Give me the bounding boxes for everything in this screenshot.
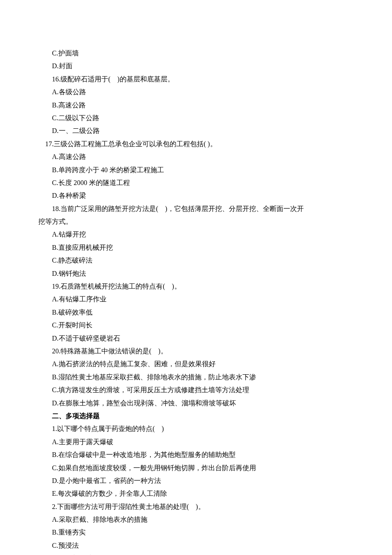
question-stem: 1.以下哪个特点属于药壶炮的特点( ) <box>38 422 354 435</box>
question-stem: 20.特殊路基施工中做法错误的是( )。 <box>38 345 354 358</box>
option-text: B.直接应用机械开挖 <box>38 241 354 254</box>
option-text: A.各级公路 <box>38 86 354 98</box>
question-stem: 2.下面哪些方法可用于湿陷性黄土地基的处理( )。 <box>38 500 354 513</box>
option-text: D.不适于破碎坚硬岩石 <box>38 332 354 345</box>
option-text: D.钢钎炮法 <box>38 267 354 280</box>
option-text: A.主要用于露天爆破 <box>38 436 354 448</box>
option-text: A.采取拦截、排除地表水的措施 <box>38 513 354 526</box>
section-heading: 二、多项选择题 <box>38 410 354 422</box>
question-stem: 17.三级公路工程施工总承包企业可以承包的工程包括( )。 <box>38 138 354 150</box>
option-text: A.有钻爆工序作业 <box>38 293 354 306</box>
option-text: C.如果自然地面坡度较缓，一般先用钢钎炮切脚，炸出台阶后再使用 <box>38 462 354 474</box>
question-stem: 18.当前广泛采用的路堑开挖方法是( )，它包括薄层开挖、分层开挖、全断面一次开 <box>38 202 354 215</box>
question-stem: 19.石质路堑机械开挖法施工的特点有( )。 <box>38 280 354 293</box>
option-text: D.封面 <box>38 60 354 72</box>
option-text: D.化学加固法 <box>38 552 354 555</box>
question-stem: 16.级配碎石适用于( )的基层和底基层。 <box>38 73 354 86</box>
option-text: D.一、二级公路 <box>38 124 354 137</box>
option-text: D.各种桥梁 <box>38 189 354 202</box>
option-text: C.护面墙 <box>38 47 354 60</box>
option-text: B.单跨跨度小于 40 米的桥梁工程施工 <box>38 164 354 176</box>
option-text: A.钻爆开挖 <box>38 228 354 241</box>
option-text: D.是小炮中最省工，省药的一种方法 <box>38 474 354 487</box>
option-text: C.二级以下公路 <box>38 112 354 124</box>
option-text: C.静态破碎法 <box>38 254 354 267</box>
option-text: D.在膨胀土地算，路堑会出现剥落、冲蚀、溜塌和滑坡等破坏 <box>38 397 354 410</box>
option-text: B.高速公路 <box>38 99 354 112</box>
question-stem-cont: 挖等方式。 <box>38 215 354 228</box>
option-text: A.高速公路 <box>38 150 354 163</box>
option-text: C.预浸法 <box>38 539 354 552</box>
option-text: B.重锤夯实 <box>38 526 354 539</box>
option-text: B.湿陷性黄土地基应采取拦截、排除地表水的措施，防止地表水下渗 <box>38 371 354 384</box>
option-text: E.每次爆破的方数少，并全靠人工清除 <box>38 487 354 500</box>
option-text: C.填方路堤发生的滑坡，可采用反压土方或修建挡土墙等方法处理 <box>38 384 354 396</box>
option-text: B.破碎效率低 <box>38 306 354 319</box>
option-text: C.开裂时间长 <box>38 319 354 332</box>
option-text: C.长度 2000 米的隧道工程 <box>38 176 354 189</box>
option-text: B.在综合爆破中是一种改造地形，为其他炮型服务的辅助炮型 <box>38 448 354 461</box>
option-text: A.抛石挤淤法的特点是施工复杂、困难，但是效果很好 <box>38 358 354 370</box>
document-page: C.护面墙 D.封面 16.级配碎石适用于( )的基层和底基层。 A.各级公路 … <box>0 0 392 555</box>
